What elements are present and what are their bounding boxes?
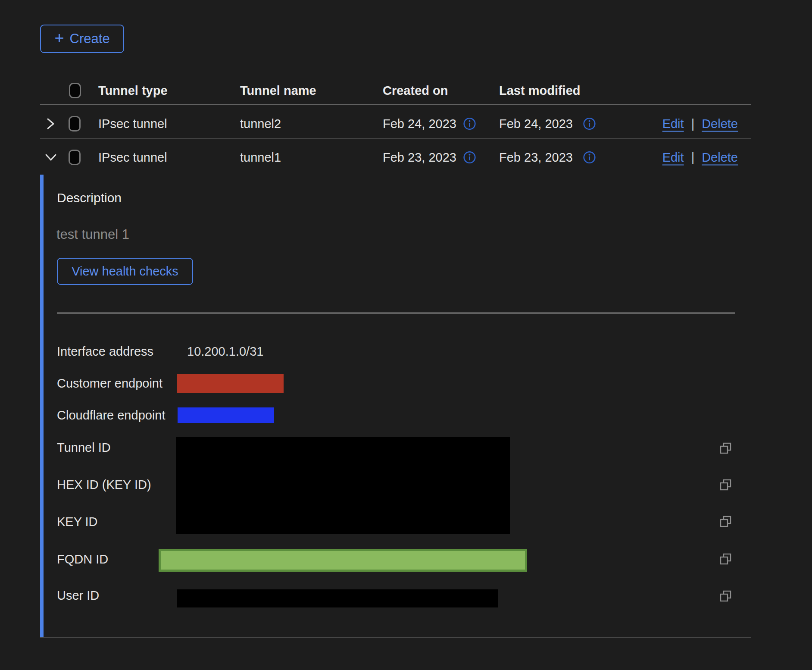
tunnels-page: + Create Tunnel type Tunnel name Created…	[0, 0, 812, 670]
interface-address-value: 10.200.1.0/31	[187, 344, 263, 359]
table-row: IPsec tunnel tunnel2 Feb 24, 2023 Feb 24…	[40, 109, 751, 139]
link-separator: |	[691, 117, 695, 131]
plus-icon: +	[54, 30, 64, 46]
tunnel-type-cell: IPsec tunnel	[98, 117, 167, 131]
user-id-redacted-value	[177, 589, 498, 607]
copy-icon[interactable]	[719, 553, 732, 566]
column-header-last-modified: Last modified	[499, 82, 581, 99]
detail-divider	[57, 313, 735, 313]
tunnel-name-cell: tunnel1	[240, 150, 281, 165]
last-modified-cell: Feb 24, 2023	[499, 117, 573, 131]
info-icon[interactable]	[583, 117, 596, 131]
row-divider	[40, 138, 751, 139]
customer-endpoint-label: Customer endpoint	[57, 376, 162, 391]
customer-endpoint-redacted-value	[177, 374, 284, 393]
link-separator: |	[691, 150, 695, 165]
last-modified-cell: Feb 23, 2023	[499, 150, 573, 165]
create-button[interactable]: + Create	[40, 25, 124, 53]
copy-icon[interactable]	[719, 479, 732, 492]
view-health-checks-button[interactable]: View health checks	[57, 258, 193, 285]
hex-id-label: HEX ID (KEY ID)	[57, 478, 151, 492]
row-checkbox[interactable]	[69, 150, 81, 165]
info-icon[interactable]	[463, 117, 476, 131]
interface-address-label: Interface address	[57, 344, 153, 359]
create-button-label: Create	[70, 31, 110, 47]
ids-redacted-value	[176, 437, 510, 534]
delete-link[interactable]: Delete	[702, 117, 738, 131]
description-heading: Description	[57, 191, 122, 205]
edit-link[interactable]: Edit	[662, 117, 684, 131]
fqdn-id-redacted-value	[159, 549, 527, 572]
description-value: test tunnel 1	[56, 227, 129, 242]
tunnel-type-cell: IPsec tunnel	[98, 150, 167, 165]
column-header-tunnel-name: Tunnel name	[240, 82, 316, 99]
column-header-tunnel-type: Tunnel type	[98, 82, 168, 99]
tunnel-id-label: Tunnel ID	[57, 441, 111, 455]
expanded-row-accent-bar	[40, 175, 44, 637]
cloudflare-endpoint-label: Cloudflare endpoint	[57, 408, 166, 423]
select-all-checkbox[interactable]	[69, 83, 81, 98]
fqdn-id-label: FQDN ID	[57, 552, 108, 567]
created-on-cell: Feb 24, 2023	[383, 117, 456, 131]
created-on-cell: Feb 23, 2023	[383, 150, 456, 165]
chevron-right-icon[interactable]	[44, 116, 58, 131]
row-checkbox[interactable]	[69, 116, 81, 131]
header-divider	[40, 104, 751, 105]
user-id-label: User ID	[57, 589, 99, 603]
edit-link[interactable]: Edit	[662, 150, 684, 165]
copy-icon[interactable]	[719, 442, 732, 455]
info-icon[interactable]	[583, 151, 596, 164]
cloudflare-endpoint-redacted-value	[178, 407, 274, 423]
chevron-down-icon[interactable]	[44, 150, 58, 165]
table-row: IPsec tunnel tunnel1 Feb 23, 2023 Feb 23…	[40, 142, 751, 172]
panel-bottom-divider	[40, 637, 751, 638]
copy-icon[interactable]	[719, 590, 732, 603]
column-header-created-on: Created on	[383, 82, 448, 99]
tunnel-name-cell: tunnel2	[240, 117, 281, 131]
copy-icon[interactable]	[719, 515, 732, 528]
delete-link[interactable]: Delete	[702, 150, 738, 165]
info-icon[interactable]	[463, 151, 476, 164]
key-id-label: KEY ID	[57, 515, 98, 529]
